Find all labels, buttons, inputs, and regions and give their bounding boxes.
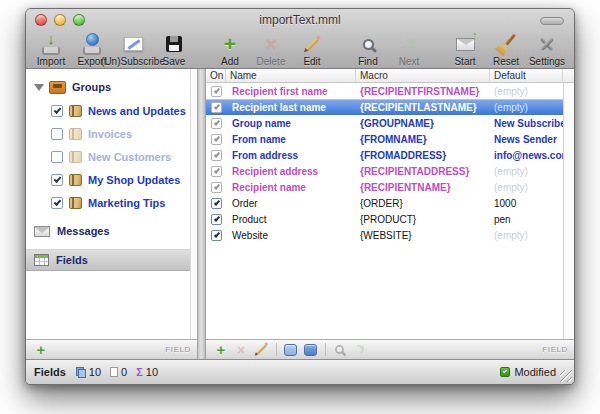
field-toolbar-doc-import-button[interactable]: [281, 342, 299, 358]
status-fields-label: Fields: [34, 366, 66, 378]
row-default: info@news.com: [490, 150, 563, 161]
field-toolbar-find-button[interactable]: [330, 342, 348, 358]
table-row[interactable]: From name {FROMNAME} News Sender: [206, 131, 563, 147]
group-checkbox[interactable]: [51, 128, 63, 140]
titlebar[interactable]: importText.mml: [26, 9, 574, 31]
sidebar-item-news-and-updates[interactable]: News and Updates: [26, 99, 190, 122]
messages-label: Messages: [57, 225, 110, 237]
page-white-icon: [110, 367, 118, 377]
row-name: Website: [226, 230, 356, 241]
row-checkbox[interactable]: [211, 198, 222, 209]
row-checkbox[interactable]: [211, 166, 222, 177]
resize-grip[interactable]: [560, 370, 572, 382]
toolbar-button-add[interactable]: + Add: [213, 32, 247, 67]
field-toolbar-edit-button[interactable]: [252, 342, 270, 358]
export-icon: [78, 32, 106, 56]
row-checkbox[interactable]: [211, 230, 222, 241]
table-row[interactable]: Recipient first name {RECIPIENTFIRSTNAME…: [206, 83, 563, 99]
table-scrollbar[interactable]: [563, 83, 574, 339]
pane-splitter[interactable]: [198, 69, 206, 359]
group-book-icon: [69, 105, 82, 117]
row-checkbox[interactable]: [211, 214, 222, 225]
row-default: 1000: [490, 198, 563, 209]
group-book-icon: [69, 151, 82, 163]
field-toolbar-doc-export-button[interactable]: [301, 342, 319, 358]
table-row[interactable]: Website {WEBSITE} (empty): [206, 227, 563, 243]
traffic-lights: [35, 14, 85, 26]
column-header-macro[interactable]: Macro: [356, 69, 490, 82]
row-default: (empty): [490, 182, 563, 193]
status-bar: Fields 10 0 Σ 10 Modified: [26, 359, 574, 384]
toolbar-button-find[interactable]: Find: [351, 32, 385, 67]
close-button[interactable]: [35, 14, 47, 26]
row-checkbox[interactable]: [211, 134, 222, 145]
add-group-button[interactable]: +: [32, 342, 50, 358]
toolbar-button-save[interactable]: Save: [157, 32, 191, 67]
toolbar-button-un-subscribe[interactable]: (Un)Subscribe: [116, 32, 150, 67]
toolbar-button-import[interactable]: ↓ Import: [34, 32, 68, 67]
table-row[interactable]: Recipient name {RECIPIENTNAME} (empty): [206, 179, 563, 195]
sidebar-bottom-bar: + FIELD: [26, 339, 197, 359]
status-count-page-white: 0: [110, 366, 127, 378]
table-body: Recipient first name {RECIPIENTFIRSTNAME…: [206, 83, 563, 339]
toolbar-button-settings[interactable]: Settings: [530, 32, 564, 67]
sidebar-item-new-customers[interactable]: New Customers: [26, 145, 190, 168]
sidebar-item-marketing-tips[interactable]: Marketing Tips: [26, 191, 190, 214]
column-header-default[interactable]: Default: [490, 69, 563, 82]
toolbar-button-reset[interactable]: Reset: [489, 32, 523, 67]
row-macro: {RECIPIENTFIRSTNAME}: [356, 86, 490, 97]
sidebar-scrollbar[interactable]: [190, 69, 197, 339]
row-checkbox[interactable]: [211, 102, 222, 113]
field-toolbar-add-button[interactable]: +: [212, 342, 230, 358]
toolbar-button-delete[interactable]: × Delete: [254, 32, 288, 67]
sidebar-item-groups[interactable]: Groups: [26, 75, 190, 99]
fields-label: Fields: [56, 254, 88, 266]
group-checkbox[interactable]: [51, 151, 63, 163]
table-row[interactable]: Recipient address {RECIPIENTADDRESS} (em…: [206, 163, 563, 179]
table-row[interactable]: Order {ORDER} 1000: [206, 195, 563, 211]
groups-drawer-icon: [49, 81, 66, 94]
row-macro: {FROMNAME}: [356, 134, 490, 145]
sidebar-item-invoices[interactable]: Invoices: [26, 122, 190, 145]
row-name: Recipient address: [226, 166, 356, 177]
messages-envelope-icon: [34, 226, 50, 237]
edit-icon: [298, 32, 326, 56]
row-default: (empty): [490, 86, 563, 97]
row-checkbox[interactable]: [211, 182, 222, 193]
group-checkbox[interactable]: [51, 197, 63, 209]
table-row[interactable]: From address {FROMADDRESS} info@news.com: [206, 147, 563, 163]
toolbar-separator: [276, 343, 277, 356]
disclosure-triangle-icon[interactable]: [34, 84, 44, 91]
row-macro: {RECIPIENTNAME}: [356, 182, 490, 193]
row-checkbox[interactable]: [211, 86, 222, 97]
row-name: From address: [226, 150, 356, 161]
group-checkbox[interactable]: [51, 105, 63, 117]
sidebar-item-my-shop-updates[interactable]: My Shop Updates: [26, 168, 190, 191]
toolbar-separator: [325, 343, 326, 356]
group-checkbox[interactable]: [51, 174, 63, 186]
field-toolbar-delete-button[interactable]: ×: [232, 342, 250, 358]
minimize-button[interactable]: [54, 14, 66, 26]
sidebar-item-fields[interactable]: Fields: [26, 249, 190, 271]
table-row[interactable]: Product {PRODUCT} pen: [206, 211, 563, 227]
column-header-name[interactable]: Name: [226, 69, 356, 82]
sidebar-item-messages[interactable]: Messages: [26, 219, 190, 243]
toolbar-button-edit[interactable]: Edit: [295, 32, 329, 67]
row-macro: {WEBSITE}: [356, 230, 490, 241]
toolbar-button-next[interactable]: Next: [392, 32, 426, 67]
column-header-on[interactable]: On: [206, 69, 226, 82]
toolbar-button-start[interactable]: ↑ Start: [448, 32, 482, 67]
table-row[interactable]: Group name {GROUPNAME} New Subscribers: [206, 115, 563, 131]
zoom-button[interactable]: [73, 14, 85, 26]
table-row[interactable]: Recipient last name {RECIPIENTLASTNAME} …: [206, 99, 563, 115]
window-title: importText.mml: [259, 13, 340, 27]
row-macro: {RECIPIENTADDRESS}: [356, 166, 490, 177]
row-checkbox[interactable]: [211, 150, 222, 161]
group-book-icon: [69, 197, 82, 209]
row-checkbox[interactable]: [211, 118, 222, 129]
row-macro: {GROUPNAME}: [356, 118, 490, 129]
start-icon: ↑: [451, 32, 479, 56]
sidebar-tree: Groups News and Updates Invoices New Cus…: [26, 69, 190, 339]
field-toolbar-redo-button[interactable]: [350, 342, 368, 358]
toolbar-toggle-button[interactable]: [540, 17, 564, 25]
